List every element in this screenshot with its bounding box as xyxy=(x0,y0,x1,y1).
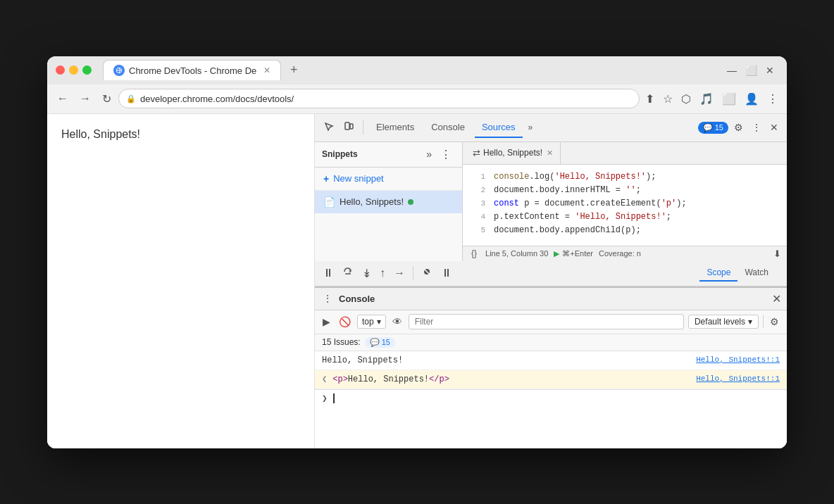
toolbar-right: 💬 15 ⚙ ⋮ ✕ xyxy=(698,119,781,136)
profile-button[interactable]: 👤 xyxy=(742,89,761,108)
reload-button[interactable]: ↻ xyxy=(98,89,116,108)
snippets-kebab-button[interactable]: ⋮ xyxy=(437,146,455,163)
deactivate-breakpoints-button[interactable] xyxy=(419,264,435,282)
console-input-line[interactable]: ❯ xyxy=(315,389,787,407)
devtools-more-button[interactable]: ⋮ xyxy=(749,119,764,136)
page-viewport: Hello, Snippets! xyxy=(47,114,315,448)
tab-console[interactable]: Console xyxy=(424,118,472,138)
run-shortcut: ⌘+Enter xyxy=(562,249,593,258)
svg-rect-1 xyxy=(345,122,349,130)
tab-sources[interactable]: Sources xyxy=(475,118,523,138)
plus-icon: + xyxy=(323,173,329,184)
minimize-window-button[interactable]: — xyxy=(723,63,741,77)
issues-count: 15 xyxy=(715,123,723,132)
code-text-2: document.body.innerHTML = ''; xyxy=(494,184,641,197)
debug-toolbar: ⏸ ↡ ↑ → ⏸ xyxy=(315,261,787,286)
console-title: Console xyxy=(339,294,768,304)
svg-rect-2 xyxy=(350,124,353,129)
issues-badge[interactable]: 💬 15 xyxy=(698,122,728,134)
context-arrow-icon: ▾ xyxy=(377,317,381,327)
share-button[interactable]: ⬆ xyxy=(642,89,657,108)
console-close-button[interactable]: ✕ xyxy=(772,292,781,305)
console-kebab-button[interactable]: ⋮ xyxy=(320,291,335,306)
code-line-4: 4 p.textContent = 'Hello, Snippets!'; xyxy=(463,210,787,224)
more-tabs-button[interactable]: » xyxy=(525,120,536,135)
editor-tab-icon: ⇄ xyxy=(473,148,480,158)
line-number-2: 2 xyxy=(468,184,485,197)
issues-icon: 💬 xyxy=(703,123,713,132)
main-content: Hello, Snippets! xyxy=(47,114,787,448)
step-over-button[interactable] xyxy=(340,264,356,282)
close-window-button[interactable]: ✕ xyxy=(761,63,778,77)
tab-close-button[interactable]: ✕ xyxy=(263,65,270,75)
tab-elements[interactable]: Elements xyxy=(369,118,421,138)
pause-on-exceptions-button[interactable]: ⏸ xyxy=(439,265,454,282)
watch-tab[interactable]: Watch xyxy=(737,265,776,282)
editor-tab-active[interactable]: ⇄ Hello, Snippets! ✕ xyxy=(466,142,561,164)
editor-tab-close-button[interactable]: ✕ xyxy=(547,149,553,158)
nav-bar: ← → ↻ 🔒 developer.chrome.com/docs/devtoo… xyxy=(47,84,787,114)
snippet-item[interactable]: 📄 Hello, Snippets! xyxy=(315,191,462,213)
code-line-5: 5 document.body.appendChild(p); xyxy=(463,224,787,237)
title-bar: Chrome DevTools - Chrome De ✕ + — ⬜ ✕ xyxy=(47,56,787,84)
browser-tab-active[interactable]: Chrome DevTools - Chrome De ✕ xyxy=(103,60,281,80)
levels-arrow-icon: ▾ xyxy=(748,317,752,327)
snippets-more-button[interactable]: » xyxy=(423,147,435,161)
console-html-source[interactable]: Hello, Snippets!:1 xyxy=(696,373,780,385)
minimize-traffic-light[interactable] xyxy=(69,65,78,75)
context-selector[interactable]: top ▾ xyxy=(357,315,386,329)
split-button[interactable]: ⬜ xyxy=(719,89,739,108)
debug-separator xyxy=(413,266,413,280)
snippet-modified-dot xyxy=(408,199,413,205)
extension-button[interactable]: ⬡ xyxy=(678,89,694,108)
snippet-file-icon: 📄 xyxy=(323,196,335,208)
new-tab-button[interactable]: + xyxy=(284,61,304,80)
step-out-button[interactable]: ↑ xyxy=(378,265,387,282)
address-bar[interactable]: 🔒 developer.chrome.com/docs/devtools/ xyxy=(118,89,640,108)
new-snippet-button[interactable]: + New snippet xyxy=(315,168,462,191)
url-text: developer.chrome.com/docs/devtools/ xyxy=(140,94,294,104)
html-tag-close: </p> xyxy=(429,374,449,384)
maximize-traffic-light[interactable] xyxy=(82,65,92,75)
step-into-button[interactable]: ↡ xyxy=(360,265,373,282)
media-button[interactable]: 🎵 xyxy=(697,89,716,108)
issues-chip[interactable]: 💬 15 xyxy=(365,337,395,348)
console-filter-input[interactable] xyxy=(409,314,684,329)
back-button[interactable]: ← xyxy=(53,89,73,108)
format-button[interactable]: ⬇ xyxy=(773,248,781,259)
code-line-1: 1 console.log('Hello, Snippets!'); xyxy=(463,170,787,184)
run-icon-button[interactable]: ▶ xyxy=(320,314,332,329)
code-editor[interactable]: 1 console.log('Hello, Snippets!'); 2 doc… xyxy=(463,165,787,246)
console-log-source[interactable]: Hello, Snippets!:1 xyxy=(696,354,780,366)
devtools-settings-button[interactable]: ⚙ xyxy=(731,119,746,136)
console-settings-button[interactable]: ⚙ xyxy=(768,314,781,329)
bookmark-button[interactable]: ☆ xyxy=(660,89,676,108)
issues-chip-count: 15 xyxy=(382,338,390,346)
status-right: ⬇ xyxy=(773,248,781,259)
eye-button[interactable]: 👁 xyxy=(390,314,404,329)
html-expand-icon[interactable]: ❮ xyxy=(322,373,327,386)
console-header: ⋮ Console ✕ xyxy=(315,288,787,310)
snippet-item-name: Hello, Snippets! xyxy=(340,196,404,207)
scope-watch-tabs: Scope Watch xyxy=(694,265,781,282)
code-text-4: p.textContent = 'Hello, Snippets!'; xyxy=(494,210,671,224)
issues-bar: 15 Issues: 💬 15 xyxy=(315,334,787,351)
console-panel: ⋮ Console ✕ ▶ 🚫 top ▾ 👁 xyxy=(315,286,787,448)
forward-button[interactable]: → xyxy=(75,89,95,108)
devtools-close-button[interactable]: ✕ xyxy=(767,119,781,136)
device-toolbar-button[interactable] xyxy=(340,118,357,137)
console-log-text: Hello, Snippets! xyxy=(322,354,696,367)
context-label: top xyxy=(362,317,374,327)
maximize-window-button[interactable]: ⬜ xyxy=(741,63,761,77)
levels-selector[interactable]: Default levels ▾ xyxy=(688,315,759,329)
console-log-line: Hello, Snippets! Hello, Snippets!:1 xyxy=(315,351,787,370)
step-button[interactable]: → xyxy=(392,265,407,282)
pause-button[interactable]: ⏸ xyxy=(320,265,336,282)
pretty-print-button[interactable]: {} xyxy=(468,248,480,258)
scope-tab[interactable]: Scope xyxy=(699,265,737,282)
close-traffic-light[interactable] xyxy=(56,65,65,75)
menu-button[interactable]: ⋮ xyxy=(764,89,781,108)
inspect-element-button[interactable] xyxy=(320,118,337,137)
clear-console-button[interactable]: 🚫 xyxy=(337,314,353,329)
cursor-position: Line 5, Column 30 xyxy=(485,249,548,258)
